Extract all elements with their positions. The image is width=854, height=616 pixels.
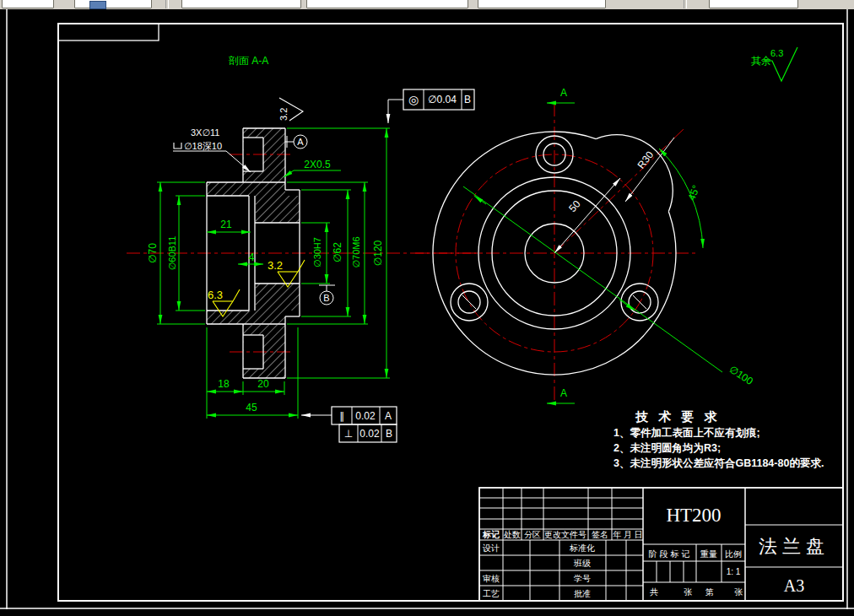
holes-note-line2: ∅18深10 bbox=[184, 141, 222, 151]
fcf-parallel-value: 0.02 bbox=[355, 410, 376, 422]
tech-req-item-3: 3、未注明形状公差应符合GB1184-80的要求. bbox=[613, 457, 824, 469]
tech-req-title: 技 术 要 求 bbox=[635, 409, 721, 424]
student-no-label: 学号 bbox=[574, 574, 591, 583]
checker-label: 审核 bbox=[483, 574, 500, 583]
datum-b-label: B bbox=[323, 293, 329, 303]
dim-18: 18 bbox=[218, 378, 230, 390]
process-label: 工艺 bbox=[483, 589, 500, 598]
dim-45: 45 bbox=[246, 402, 257, 413]
header-sign: 签名 bbox=[592, 530, 608, 539]
header-count: 处数 bbox=[504, 530, 521, 539]
total-unit: 张 bbox=[684, 587, 692, 597]
total-label: 共 bbox=[650, 587, 658, 597]
dim-dia70: ∅70 bbox=[147, 243, 159, 263]
dim-21: 21 bbox=[220, 219, 232, 230]
datum-a-label: A bbox=[297, 137, 304, 147]
scale-label: 比例 bbox=[725, 549, 742, 559]
others-roughness-value: 6.3 bbox=[770, 48, 783, 58]
page-unit: 张 bbox=[734, 587, 743, 597]
fcf-perpendicular: ⊥ 0.02 B bbox=[339, 424, 397, 442]
stage-mark-label: 阶 段 标 记 bbox=[649, 549, 689, 559]
weight-label: 重量 bbox=[700, 549, 717, 559]
dim-4: 4 bbox=[249, 251, 255, 263]
dim-dia62: ∅62 bbox=[332, 242, 343, 262]
fcf-concentricity-value: ∅0.04 bbox=[428, 94, 457, 105]
dim-dia60b11: ∅60B11 bbox=[167, 236, 177, 271]
part-name: 法兰盘 bbox=[759, 536, 830, 557]
fcf-concentricity-datum: B bbox=[464, 94, 471, 105]
tech-req-item-2: 2、未注明圆角均为R3; bbox=[613, 441, 721, 454]
header-zone: 分区 bbox=[524, 530, 541, 539]
fcf-parallel-symbol: ∥ bbox=[339, 410, 344, 422]
fcf-parallel-datum: A bbox=[385, 410, 392, 422]
section-label-top: A bbox=[560, 87, 567, 99]
dim-20: 20 bbox=[257, 378, 269, 390]
paper-size: A3 bbox=[784, 576, 804, 595]
section-label-bottom: A bbox=[560, 387, 567, 399]
fcf-perpendicular-value: 0.02 bbox=[359, 428, 380, 440]
page-label: 第 bbox=[705, 587, 714, 597]
section-title: 剖面 A-A bbox=[228, 55, 268, 67]
header-docno: 更改文件号 bbox=[544, 530, 586, 539]
tech-req-item-1: 1、零件加工表面上不应有划痕; bbox=[613, 427, 760, 439]
material-value: HT200 bbox=[666, 505, 721, 526]
roughness-bore-value: 3.2 bbox=[268, 259, 283, 272]
roughness-top-value: 3.2 bbox=[278, 108, 289, 121]
header-mark: 标记 bbox=[482, 530, 500, 539]
scale-value: 1: 1 bbox=[727, 567, 741, 576]
drawing-canvas: 剖面 A-A 其余 6.3 bbox=[0, 0, 854, 616]
fcf-perpendicular-datum: B bbox=[386, 428, 392, 440]
fcf-concentricity-symbol: ◎ bbox=[408, 93, 419, 106]
class-label: 班级 bbox=[573, 559, 591, 568]
standardization-label: 标准化 bbox=[569, 543, 595, 553]
header-date: 年 月 日 bbox=[613, 530, 643, 539]
holes-note-line1: 3X∅11 bbox=[191, 127, 219, 138]
dim-dia30h7: ∅30H7 bbox=[312, 237, 322, 267]
dim-dia120: ∅120 bbox=[372, 240, 384, 266]
roughness-face-value: 6.3 bbox=[208, 289, 223, 301]
drawing-background bbox=[0, 9, 854, 616]
fcf-perpendicular-symbol: ⊥ bbox=[344, 428, 353, 440]
designer-label: 设计 bbox=[482, 543, 500, 553]
approve-label: 批准 bbox=[574, 589, 591, 598]
chamfer-note: 2X0.5 bbox=[304, 159, 331, 170]
dim-dia70m6: ∅70M6 bbox=[351, 236, 361, 267]
